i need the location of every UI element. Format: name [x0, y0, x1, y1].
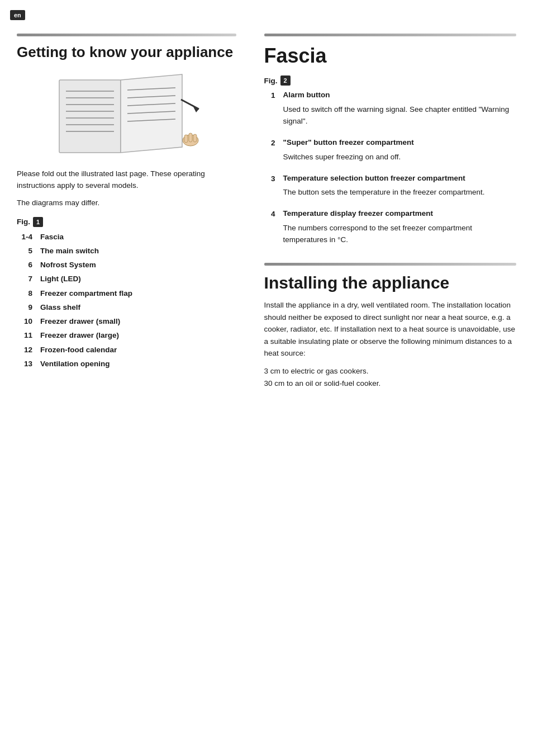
part-6: 6 Nofrost System [17, 259, 236, 271]
section-divider-install [264, 263, 516, 266]
part-label-13: Ventilation opening [40, 358, 110, 370]
fascia-item-2: 2 "Super" button freezer compartment Swi… [264, 138, 516, 163]
part-13: 13 Ventilation opening [17, 358, 236, 370]
install-title: Installing the appliance [264, 273, 516, 292]
part-8: 8 Freezer compartment flap [17, 288, 236, 299]
fascia-item-num-2: 2 [264, 138, 275, 147]
part-9: 9 Glass shelf [17, 302, 236, 313]
svg-rect-19 [193, 134, 197, 142]
fascia-item-title-4: Temperature display freezer compartment [283, 209, 516, 219]
svg-marker-15 [192, 105, 199, 112]
part-label-10: Freezer drawer (small) [40, 316, 120, 327]
fascia-item-content-1: Alarm button Used to switch off the warn… [283, 90, 516, 127]
fig1-badge: 1 [33, 217, 43, 227]
fascia-item-num-1: 1 [264, 90, 275, 100]
fascia-item-desc-3: The button sets the temperature in the f… [283, 187, 485, 199]
part-num-9: 9 [17, 302, 32, 313]
part-label-8: Freezer compartment flap [40, 288, 132, 299]
fascia-item-content-2: "Super" button freezer compartment Switc… [283, 138, 414, 163]
intro-paragraph-1: Please fold out the illustrated last pag… [17, 168, 236, 192]
language-badge: en [10, 10, 25, 20]
fascia-item-num-3: 3 [264, 173, 275, 183]
fascia-item-num-4: 4 [264, 209, 275, 218]
fig2-label: Fig. 2 [264, 75, 516, 86]
part-num-5: 5 [17, 245, 32, 257]
intro-paragraph-2: The diagrams may differ. [17, 197, 236, 209]
fascia-item-3: 3 Temperature selection button freezer c… [264, 173, 516, 199]
fascia-item-title-2: "Super" button freezer compartment [283, 138, 414, 148]
part-10: 10 Freezer drawer (small) [17, 316, 236, 327]
fig2-badge: 2 [280, 75, 291, 86]
part-11: 11 Freezer drawer (large) [17, 330, 236, 341]
right-column: Fascia Fig. 2 1 Alarm button Used to swi… [253, 34, 516, 395]
fascia-item-content-4: Temperature display freezer compartment … [283, 209, 516, 246]
part-label-5: The main switch [40, 245, 99, 257]
part-label-1-4: Fascia [40, 231, 64, 243]
fig1-text: Fig. [17, 218, 30, 226]
fascia-item-content-3: Temperature selection button freezer com… [283, 173, 485, 199]
fascia-item-title-1: Alarm button [283, 90, 516, 101]
part-num-8: 8 [17, 288, 32, 299]
fascia-title: Fascia [264, 44, 516, 68]
fascia-item-title-3: Temperature selection button freezer com… [283, 173, 485, 184]
part-num-13: 13 [17, 358, 32, 370]
svg-rect-17 [184, 135, 188, 143]
part-12: 12 Frozen-food calendar [17, 344, 236, 356]
fascia-item-1: 1 Alarm button Used to switch off the wa… [264, 90, 516, 127]
svg-rect-18 [189, 133, 192, 142]
fascia-items-list: 1 Alarm button Used to switch off the wa… [264, 90, 516, 246]
part-num-7: 7 [17, 273, 32, 285]
section-divider-left [17, 34, 236, 36]
fig1-label: Fig. 1 [17, 217, 236, 227]
parts-list: 1-4 Fascia 5 The main switch 6 Nofrost S… [17, 231, 236, 370]
part-label-12: Frozen-food calendar [40, 344, 117, 356]
fascia-item-desc-2: Switches super freezing on and off. [283, 152, 414, 163]
install-paragraph-2: 3 cm to electric or gas cookers. 30 cm t… [264, 365, 516, 389]
left-column: Getting to know your appliance [17, 34, 253, 395]
section-divider-right [264, 34, 516, 36]
fascia-item-4: 4 Temperature display freezer compartmen… [264, 209, 516, 246]
fig2-text: Fig. [264, 77, 278, 85]
install-section: Installing the appliance Install the app… [264, 263, 516, 389]
part-num-11: 11 [17, 330, 32, 341]
part-7: 7 Light (LED) [17, 273, 236, 285]
part-5: 5 The main switch [17, 245, 236, 257]
manual-illustration [48, 69, 204, 158]
part-num-1-4: 1-4 [17, 231, 32, 243]
part-num-10: 10 [17, 316, 32, 327]
part-label-6: Nofrost System [40, 259, 96, 271]
fascia-item-desc-1: Used to switch off the warning signal. S… [283, 104, 516, 127]
part-num-12: 12 [17, 344, 32, 356]
part-label-11: Freezer drawer (large) [40, 330, 119, 341]
fascia-item-desc-4: The numbers correspond to the set freeze… [283, 223, 516, 246]
getting-to-know-title: Getting to know your appliance [17, 44, 236, 61]
part-num-6: 6 [17, 259, 32, 271]
part-label-9: Glass shelf [40, 302, 80, 313]
part-label-7: Light (LED) [40, 273, 81, 285]
part-1-4: 1-4 Fascia [17, 231, 236, 243]
install-paragraph-1: Install the appliance in a dry, well ven… [264, 299, 516, 360]
